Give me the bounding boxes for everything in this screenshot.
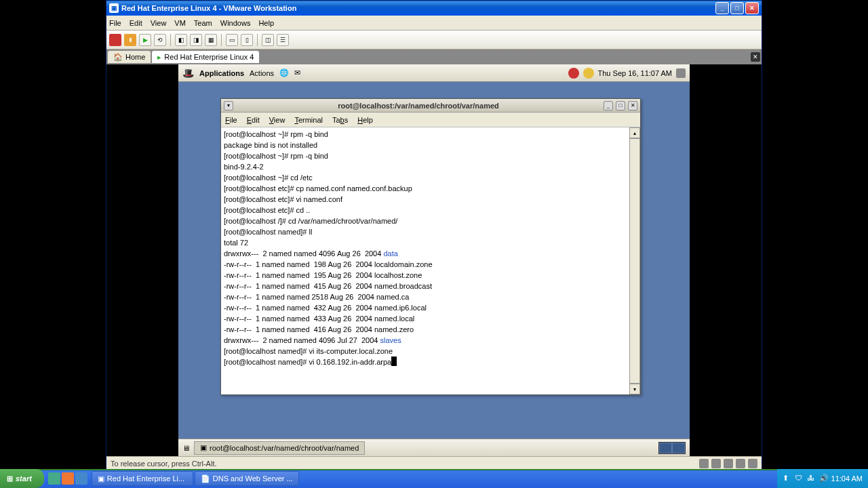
term-close-button[interactable]: ✕	[628, 101, 637, 110]
terminal-title: root@localhost:/var/named/chroot/var/nam…	[236, 102, 601, 110]
tray-volume-icon[interactable]: 🔊	[819, 474, 829, 483]
scroll-track[interactable]	[629, 138, 640, 384]
term-menu-terminal[interactable]: Terminal	[294, 116, 323, 124]
device-hdd-icon[interactable]	[699, 459, 709, 468]
system-tray: ⬆ 🛡 🖧 🔊 11:04 AM	[777, 469, 868, 488]
browser-icon[interactable]: 🌐	[279, 68, 289, 77]
quick-launch	[44, 472, 92, 485]
xp-task-vmware[interactable]: ▣ Red Hat Enterprise Li...	[92, 471, 193, 486]
tray-clock[interactable]: 11:04 AM	[831, 474, 863, 483]
term-menu-tabs[interactable]: Tabs	[332, 116, 348, 124]
desktop-icon[interactable]	[75, 472, 87, 485]
menu-help[interactable]: Help	[258, 19, 274, 27]
start-button[interactable]: ⊞ start	[0, 469, 44, 488]
xp-task-doc[interactable]: 📄 DNS and Web Server ...	[195, 471, 299, 486]
minimize-button[interactable]: _	[715, 2, 729, 14]
clock[interactable]: Thu Sep 16, 11:07 AM	[598, 69, 672, 77]
taskbar-terminal-label: root@localhost:/var/named/chroot/var/nam…	[210, 444, 359, 452]
terminal-menubar: File Edit View Terminal Tabs Help	[221, 113, 640, 127]
vmware-icon: ▣	[109, 3, 119, 13]
revert-button[interactable]: ◨	[190, 34, 202, 46]
tab-vm[interactable]: ▸ Red Hat Enterprise Linux 4	[152, 51, 259, 63]
xp-task-doc-label: DNS and Web Server ...	[213, 474, 293, 483]
start-label: start	[16, 474, 32, 483]
firefox-icon[interactable]	[62, 472, 74, 485]
redhat-icon[interactable]: 🎩	[182, 68, 194, 79]
tab-close-button[interactable]: ✕	[751, 52, 760, 62]
scroll-down-button[interactable]: ▾	[629, 384, 640, 394]
menu-edit[interactable]: Edit	[130, 19, 142, 27]
gnome-top-panel: 🎩 Applications Actions 🌐 ✉ Thu Sep 16, 1…	[178, 64, 690, 82]
xp-taskbar: ⊞ start ▣ Red Hat Enterprise Li... 📄 DNS…	[0, 469, 868, 488]
unity-button[interactable]: ◫	[262, 34, 274, 46]
menu-windows[interactable]: Windows	[220, 19, 251, 27]
tray-safely-remove-icon[interactable]: ⬆	[783, 474, 792, 483]
vmware-titlebar[interactable]: ▣ Red Hat Enterprise Linux 4 - VMware Wo…	[106, 1, 762, 16]
quickswitch-button[interactable]: ▯	[241, 34, 253, 46]
summary-button[interactable]: ☰	[277, 34, 289, 46]
close-button[interactable]: ✕	[745, 2, 759, 14]
mail-icon[interactable]: ✉	[294, 68, 300, 77]
show-desktop-icon[interactable]: 🖥	[182, 444, 190, 452]
device-audio-icon[interactable]	[748, 459, 757, 468]
vmware-tabbar: 🏠 Home ▸ Red Hat Enterprise Linux 4 ✕	[106, 49, 762, 64]
actions-menu[interactable]: Actions	[250, 69, 274, 77]
snapshot-button[interactable]: ◧	[175, 34, 187, 46]
menu-vm[interactable]: VM	[174, 19, 186, 27]
menu-file[interactable]: File	[109, 19, 121, 27]
reset-button[interactable]: ⟲	[154, 34, 166, 46]
device-cd-icon[interactable]	[711, 459, 721, 468]
vmware-statusbar: To release cursor, press Ctrl-Alt.	[106, 456, 762, 470]
home-icon: 🏠	[113, 53, 123, 62]
taskbar-terminal[interactable]: ▣ root@localhost:/var/named/chroot/var/n…	[194, 441, 365, 455]
xp-task-vmware-label: Red Hat Enterprise Li...	[107, 474, 184, 483]
volume-icon[interactable]	[676, 68, 686, 78]
vmware-toolbar: II ▶ ⟲ ◧ ◨ ▦ ▭ ▯ ◫ ☰	[106, 30, 762, 49]
alert-icon[interactable]	[568, 68, 579, 79]
term-minimize-button[interactable]: _	[604, 101, 613, 110]
status-text: To release cursor, press Ctrl-Alt.	[111, 460, 217, 468]
window-menu-icon[interactable]: ▾	[224, 101, 233, 110]
tray-network-icon[interactable]: 🖧	[807, 474, 816, 483]
suspend-button[interactable]: II	[124, 34, 136, 46]
device-floppy-icon[interactable]	[724, 459, 733, 468]
windows-logo-icon: ⊞	[7, 474, 13, 483]
task-vmware-icon: ▣	[98, 474, 104, 483]
tab-vm-label: Red Hat Enterprise Linux 4	[164, 53, 254, 61]
term-menu-view[interactable]: View	[269, 116, 285, 124]
terminal-titlebar[interactable]: ▾ root@localhost:/var/named/chroot/var/n…	[221, 99, 640, 113]
terminal-content[interactable]: [root@localhost ~]# rpm -q bindpackage b…	[221, 127, 629, 394]
vm-guest-display[interactable]: 🎩 Applications Actions 🌐 ✉ Thu Sep 16, 1…	[106, 64, 762, 456]
terminal-task-icon: ▣	[200, 443, 207, 452]
menu-view[interactable]: View	[151, 19, 167, 27]
term-menu-edit[interactable]: Edit	[247, 116, 260, 124]
vmware-menubar: File Edit View VM Team Windows Help	[106, 16, 762, 30]
workspace-switcher[interactable]	[658, 442, 686, 454]
vmware-title: Red Hat Enterprise Linux 4 - VMware Work…	[121, 4, 715, 12]
security-icon[interactable]	[583, 68, 594, 79]
vmware-window: ▣ Red Hat Enterprise Linux 4 - VMware Wo…	[106, 0, 762, 470]
vm-tab-icon: ▸	[157, 53, 161, 62]
tray-shield-icon[interactable]: 🛡	[795, 474, 804, 483]
ie-icon[interactable]	[48, 472, 60, 485]
tab-home[interactable]: 🏠 Home	[108, 51, 151, 63]
guest-desktop[interactable]: 🎩 Applications Actions 🌐 ✉ Thu Sep 16, 1…	[178, 64, 690, 456]
poweron-button[interactable]: ▶	[139, 34, 151, 46]
term-maximize-button[interactable]: □	[616, 101, 625, 110]
applications-menu[interactable]: Applications	[199, 69, 244, 77]
task-doc-icon: 📄	[201, 474, 210, 483]
manage-button[interactable]: ▦	[205, 34, 217, 46]
tab-home-label: Home	[125, 53, 145, 61]
menu-team[interactable]: Team	[194, 19, 212, 27]
terminal-scrollbar[interactable]: ▴ ▾	[629, 127, 640, 394]
maximize-button[interactable]: □	[730, 2, 744, 14]
terminal-window: ▾ root@localhost:/var/named/chroot/var/n…	[220, 98, 641, 395]
device-net-icon[interactable]	[736, 459, 745, 468]
term-menu-file[interactable]: File	[225, 116, 237, 124]
gnome-bottom-panel: 🖥 ▣ root@localhost:/var/named/chroot/var…	[178, 439, 690, 456]
poweroff-button[interactable]	[109, 34, 121, 46]
scroll-up-button[interactable]: ▴	[629, 127, 640, 138]
term-menu-help[interactable]: Help	[357, 116, 373, 124]
fullscreen-button[interactable]: ▭	[226, 34, 238, 46]
